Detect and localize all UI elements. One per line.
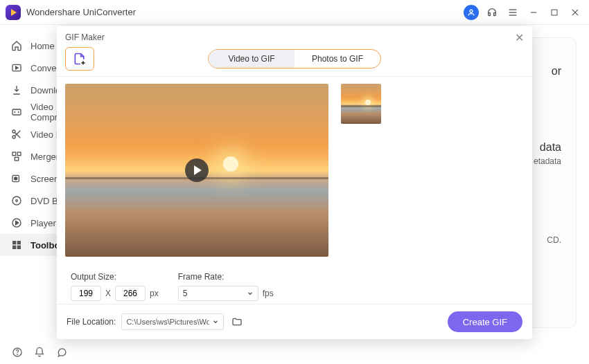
play-button[interactable] bbox=[185, 158, 209, 182]
svg-rect-23 bbox=[17, 241, 21, 244]
app-title: Wondershare UniConverter bbox=[26, 7, 136, 17]
video-preview[interactable] bbox=[65, 84, 328, 257]
open-folder-button[interactable] bbox=[229, 314, 245, 329]
modal-title: GIF Maker bbox=[65, 33, 105, 42]
bg-text: CD. bbox=[547, 235, 561, 245]
svg-point-11 bbox=[12, 136, 15, 138]
chevron-down-icon bbox=[212, 318, 219, 325]
play-icon bbox=[10, 217, 24, 228]
frame-rate-label: Frame Rate: bbox=[178, 272, 274, 282]
download-icon bbox=[10, 84, 24, 95]
px-label: px bbox=[150, 289, 159, 298]
gif-maker-modal: GIF Maker ✕ Video to GIF Photos to GIF O… bbox=[57, 26, 532, 339]
mode-segmented: Video to GIF Photos to GIF bbox=[208, 49, 381, 69]
svg-rect-9 bbox=[12, 109, 21, 115]
help-button[interactable] bbox=[11, 346, 24, 358]
svg-point-27 bbox=[17, 354, 18, 355]
account-button[interactable] bbox=[463, 4, 480, 21]
grid-icon bbox=[10, 239, 24, 251]
frame-rate-select[interactable]: 5 bbox=[178, 286, 258, 301]
notifications-button[interactable] bbox=[33, 346, 46, 358]
minimize-button[interactable] bbox=[525, 4, 542, 21]
svg-point-19 bbox=[12, 197, 21, 205]
output-size-label: Output Size: bbox=[71, 272, 159, 282]
app-logo bbox=[6, 5, 21, 20]
bottombar bbox=[0, 340, 589, 364]
svg-rect-5 bbox=[552, 10, 557, 15]
create-gif-button[interactable]: Create GIF bbox=[448, 311, 522, 332]
modal-header: GIF Maker ✕ bbox=[57, 26, 532, 44]
tab-photos-to-gif[interactable]: Photos to GIF bbox=[294, 50, 380, 68]
svg-rect-25 bbox=[17, 246, 21, 249]
bg-text: data bbox=[540, 141, 561, 154]
feedback-button[interactable] bbox=[55, 346, 68, 358]
svg-point-0 bbox=[470, 10, 473, 12]
titlebar: Wondershare UniConverter bbox=[0, 0, 589, 25]
times-label: X bbox=[105, 289, 111, 298]
record-icon bbox=[10, 173, 24, 184]
svg-point-18 bbox=[15, 177, 17, 180]
output-height-input[interactable] bbox=[115, 286, 146, 301]
thumbnail-strip bbox=[341, 84, 524, 266]
thumbnail[interactable] bbox=[341, 84, 381, 124]
svg-rect-24 bbox=[12, 246, 16, 249]
maximize-button[interactable] bbox=[546, 4, 563, 21]
support-button[interactable] bbox=[484, 4, 500, 21]
add-file-icon bbox=[72, 52, 87, 66]
sidebar-item-label: Player bbox=[30, 218, 56, 228]
svg-point-20 bbox=[16, 200, 18, 202]
svg-rect-14 bbox=[12, 152, 16, 156]
home-icon bbox=[10, 40, 24, 51]
merge-icon bbox=[10, 151, 24, 162]
disc-icon bbox=[10, 195, 24, 206]
converter-icon bbox=[10, 62, 24, 73]
svg-point-10 bbox=[12, 130, 15, 133]
modal-close-button[interactable]: ✕ bbox=[515, 31, 524, 44]
sidebar-item-label: Home bbox=[30, 41, 55, 51]
bg-text: or bbox=[552, 65, 561, 78]
svg-rect-15 bbox=[17, 152, 21, 156]
file-location-label: File Location: bbox=[67, 317, 116, 327]
scissors-icon bbox=[10, 129, 24, 140]
fps-label: fps bbox=[263, 289, 274, 298]
tab-video-to-gif[interactable]: Video to GIF bbox=[209, 50, 294, 68]
sidebar-item-label: Merger bbox=[30, 152, 59, 162]
svg-rect-16 bbox=[15, 157, 18, 161]
modal-body bbox=[57, 77, 532, 266]
modal-controls: Output Size: X px Frame Rate: 5 fps bbox=[57, 266, 532, 304]
modal-toolbar: Video to GIF Photos to GIF bbox=[57, 44, 532, 77]
svg-rect-22 bbox=[12, 241, 16, 244]
bg-text: etadata bbox=[534, 156, 561, 166]
menu-button[interactable] bbox=[504, 4, 521, 21]
compress-icon bbox=[10, 107, 24, 118]
modal-footer: File Location: C:\Users\ws\Pictures\Wond… bbox=[57, 304, 532, 339]
close-button[interactable] bbox=[567, 4, 583, 21]
user-icon bbox=[464, 5, 479, 20]
add-media-button[interactable] bbox=[65, 47, 94, 71]
chevron-down-icon bbox=[247, 290, 254, 297]
folder-icon bbox=[231, 316, 243, 327]
output-width-input[interactable] bbox=[71, 286, 101, 301]
file-location-select[interactable]: C:\Users\ws\Pictures\Wonders bbox=[121, 313, 224, 330]
